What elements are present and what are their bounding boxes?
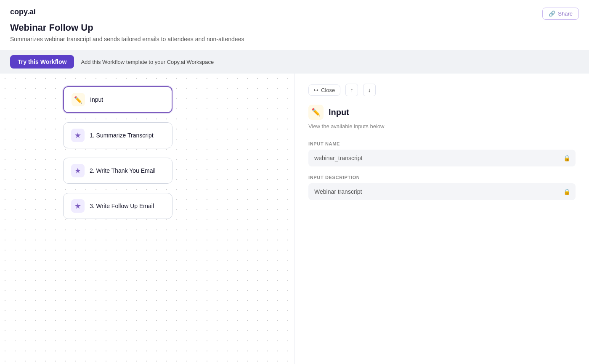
- panel-icon: ✏️: [308, 105, 324, 120]
- input-name-field-wrapper: webinar_transcript 🔒: [308, 150, 576, 166]
- close-arrow-icon: ↦: [314, 87, 318, 93]
- node-thank-you-icon: [71, 164, 85, 177]
- page-subtitle: Summarizes webinar transcript and sends …: [10, 36, 579, 42]
- connector-2: [118, 148, 118, 158]
- node-follow-up-icon: [71, 199, 85, 213]
- arrow-down-icon: ↓: [368, 87, 371, 93]
- nav-up-button[interactable]: ↑: [345, 84, 358, 96]
- logo: copy.ai: [10, 8, 579, 16]
- lock-icon-description: 🔒: [563, 188, 570, 195]
- share-icon: 🔗: [549, 11, 555, 17]
- input-description-value: Webinar transcript: [308, 183, 576, 200]
- input-name-value: webinar_transcript: [308, 150, 576, 166]
- node-summarize-label: 1. Summarize Transcript: [90, 132, 154, 139]
- main-content: ✏️ Input 1. Summarize Transcript: [0, 74, 589, 364]
- page-title: Webinar Follow Up: [10, 22, 579, 33]
- input-name-label: INPUT NAME: [308, 141, 576, 146]
- input-description-label: INPUT DESCRIPTION: [308, 175, 576, 180]
- header: copy.ai Webinar Follow Up Summarizes web…: [0, 0, 589, 42]
- toolbar-bar: Try this Workflow Add this Workflow temp…: [0, 50, 589, 74]
- panel-subtitle: View the available inputs below: [308, 123, 576, 129]
- panel-header: ✏️ Input: [308, 105, 576, 120]
- connector-1: [118, 113, 118, 122]
- workflow-nodes: ✏️ Input 1. Summarize Transcript: [63, 86, 172, 219]
- node-input-label: Input: [90, 96, 103, 103]
- toolbar-description: Add this Workflow template to your Copy.…: [81, 59, 214, 65]
- close-button[interactable]: ↦ Close: [308, 84, 340, 96]
- node-follow-up-label: 3. Write Follow Up Email: [90, 203, 154, 209]
- node-follow-up[interactable]: 3. Write Follow Up Email: [63, 193, 172, 219]
- input-description-field-wrapper: Webinar transcript 🔒: [308, 183, 576, 200]
- connector-3: [118, 184, 118, 193]
- lock-icon-name: 🔒: [563, 155, 570, 161]
- node-thank-you[interactable]: 2. Write Thank You Email: [63, 158, 172, 184]
- panel-title: Input: [329, 108, 349, 117]
- right-panel: ↦ Close ↑ ↓ ✏️ Input View the available …: [294, 74, 589, 364]
- node-summarize[interactable]: 1. Summarize Transcript: [63, 122, 172, 148]
- share-button[interactable]: 🔗 Share: [542, 8, 579, 20]
- panel-controls: ↦ Close ↑ ↓: [308, 84, 576, 96]
- workflow-canvas: ✏️ Input 1. Summarize Transcript: [0, 74, 294, 364]
- arrow-up-icon: ↑: [350, 87, 353, 93]
- nav-down-button[interactable]: ↓: [363, 84, 376, 96]
- node-input-icon: ✏️: [72, 93, 85, 106]
- node-input[interactable]: ✏️ Input: [63, 86, 172, 113]
- node-summarize-icon: [71, 129, 85, 142]
- try-workflow-button[interactable]: Try this Workflow: [10, 55, 74, 69]
- node-thank-you-label: 2. Write Thank You Email: [90, 167, 156, 174]
